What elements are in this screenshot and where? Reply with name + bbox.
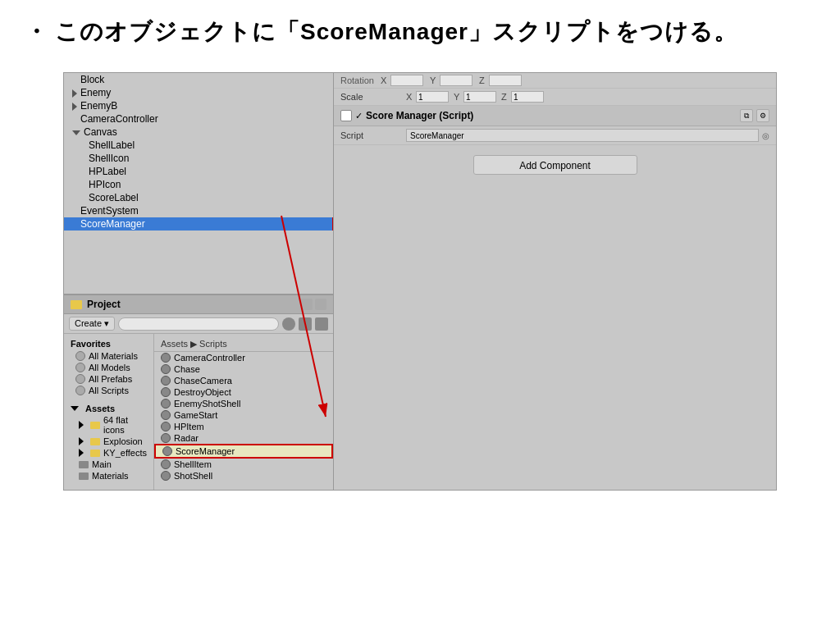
- scale-x-input[interactable]: [416, 91, 449, 103]
- hierarchy-item-enemy[interactable]: Enemy: [64, 86, 333, 99]
- bullet: ・: [25, 19, 48, 44]
- hierarchy-item-canvas[interactable]: Canvas: [64, 126, 333, 139]
- script-hpitem[interactable]: HPItem: [154, 421, 333, 432]
- folder-icon-main: [79, 461, 89, 468]
- component-gear-icon[interactable]: ⚙: [756, 109, 769, 122]
- hierarchy-item-block[interactable]: Block: [64, 73, 333, 86]
- script-gamestart[interactable]: GameStart: [154, 409, 333, 421]
- fav-icon: [75, 351, 85, 361]
- panel-icon-2: [315, 299, 326, 310]
- script-chasecamera[interactable]: ChaseCamera: [154, 375, 333, 386]
- script-icon: [161, 433, 171, 443]
- scale-z-input[interactable]: [511, 91, 544, 103]
- script-icon: [161, 387, 171, 397]
- favorites-panel: Favorites All Materials All Models All P…: [64, 334, 154, 490]
- script-icon: [161, 399, 171, 409]
- fav-icon: [75, 363, 85, 372]
- script-shellitem[interactable]: ShellItem: [154, 459, 333, 470]
- folder-icon-ky: [90, 450, 100, 457]
- panel-icon-1: [301, 299, 313, 310]
- assets-section: Assets 64 flat icons Explosion: [64, 396, 153, 482]
- fav-all-models[interactable]: All Models: [64, 362, 153, 373]
- scale-y-input[interactable]: [463, 91, 496, 103]
- script-circle-icon: ◎: [762, 131, 769, 140]
- project-label: Project: [87, 299, 121, 310]
- page-title: ・このオブジェクトに「ScoreManager」スクリプトをつける。: [0, 0, 840, 64]
- scale-label: Scale: [340, 92, 406, 102]
- component-check-check: ✓: [355, 111, 363, 121]
- asset-main[interactable]: Main: [64, 459, 153, 470]
- breadcrumb: Assets ▶ Scripts: [154, 337, 333, 352]
- script-icon: [161, 471, 171, 481]
- script-value: ScoreManager: [406, 129, 759, 142]
- fav-all-materials[interactable]: All Materials: [64, 350, 153, 362]
- component-header: ✓ Score Manager (Script) ⧉ ⚙: [334, 106, 776, 126]
- hierarchy-item-eventsystem[interactable]: EventSystem: [64, 204, 333, 217]
- script-icon: [161, 353, 171, 363]
- fav-icon: [75, 386, 85, 395]
- create-button[interactable]: Create ▾: [69, 317, 115, 331]
- search-input[interactable]: [118, 317, 279, 331]
- folder-icon-materials: [79, 472, 89, 480]
- hierarchy-item-shellicon[interactable]: ShellIcon: [64, 152, 333, 165]
- assets-title: Assets: [64, 403, 153, 414]
- asset-ky-effects[interactable]: KY_effects: [64, 447, 153, 459]
- scale-value: X Y Z: [406, 91, 544, 103]
- hierarchy-item-scoremanager[interactable]: ScoreManager: [64, 217, 333, 231]
- folder-icon: [71, 300, 82, 309]
- hierarchy-item-enemyb[interactable]: EnemyB: [64, 99, 333, 112]
- panel-icons: [301, 299, 326, 310]
- asset-materials[interactable]: Materials: [64, 470, 153, 482]
- script-scoremanager[interactable]: ScoreManager: [154, 444, 333, 459]
- fav-all-scripts[interactable]: All Scripts: [64, 385, 153, 396]
- hierarchy-item-hpicon[interactable]: HPIcon: [64, 178, 333, 191]
- script-row: Script ScoreManager ◎: [334, 126, 776, 145]
- script-destroyobject[interactable]: DestroyObject: [154, 386, 333, 398]
- hierarchy-item-shelllabel[interactable]: ShellLabel: [64, 139, 333, 152]
- left-panel: Block Enemy EnemyB CameraController Canv…: [63, 72, 334, 491]
- rotation-label-faded: Rotation: [340, 75, 374, 85]
- filter-icon: [299, 317, 312, 331]
- project-content: Favorites All Materials All Models All P…: [64, 334, 333, 490]
- hierarchy-item-hplabel[interactable]: HPLabel: [64, 165, 333, 178]
- rotation-row-partial: Rotation X Y Z: [334, 73, 776, 89]
- script-label: Script: [340, 130, 406, 140]
- script-shotshell[interactable]: ShotShell: [154, 470, 333, 482]
- favorites-title: Favorites: [64, 337, 153, 350]
- script-icon: [161, 422, 171, 431]
- component-icons: ⧉ ⚙: [740, 109, 769, 122]
- scale-row: Scale X Y Z: [334, 89, 776, 106]
- folder-icon-explosion: [90, 438, 100, 445]
- add-component-button[interactable]: Add Component: [473, 155, 637, 175]
- script-icon: [161, 410, 171, 420]
- component-copy-icon[interactable]: ⧉: [740, 109, 753, 122]
- component-title: Score Manager (Script): [366, 110, 740, 121]
- rotation-y[interactable]: [440, 75, 472, 86]
- project-section: Project Create ▾ Favorites: [64, 294, 333, 490]
- search-icon: [282, 317, 295, 331]
- rotation-z[interactable]: [489, 75, 522, 86]
- script-chase[interactable]: Chase: [154, 363, 333, 375]
- fav-all-prefabs[interactable]: All Prefabs: [64, 373, 153, 385]
- sort-icon: [315, 317, 328, 331]
- project-header: Project: [64, 294, 333, 314]
- scripts-panel: Assets ▶ Scripts CameraController Chase …: [154, 334, 333, 490]
- asset-64-flat-icons[interactable]: 64 flat icons: [64, 414, 153, 436]
- script-icon: [161, 459, 171, 469]
- project-toolbar: Create ▾: [64, 314, 333, 334]
- hierarchy-item-cameracontroller[interactable]: CameraController: [64, 112, 333, 126]
- script-icon: [161, 376, 171, 386]
- rotation-x[interactable]: [390, 75, 423, 86]
- script-enemyshotshell[interactable]: EnemyShotShell: [154, 398, 333, 409]
- script-radar[interactable]: Radar: [154, 432, 333, 444]
- right-panel: Rotation X Y Z Scale X Y: [334, 72, 777, 491]
- script-cameracontroller[interactable]: CameraController: [154, 352, 333, 363]
- hierarchy-section: Block Enemy EnemyB CameraController Canv…: [64, 73, 333, 294]
- component-checkbox[interactable]: [340, 110, 352, 121]
- script-icon: [161, 364, 171, 374]
- script-icon: [162, 446, 172, 456]
- fav-icon: [75, 374, 85, 384]
- folder-icon-flat: [90, 422, 100, 429]
- asset-explosion[interactable]: Explosion: [64, 436, 153, 447]
- hierarchy-item-scorelabel[interactable]: ScoreLabel: [64, 191, 333, 204]
